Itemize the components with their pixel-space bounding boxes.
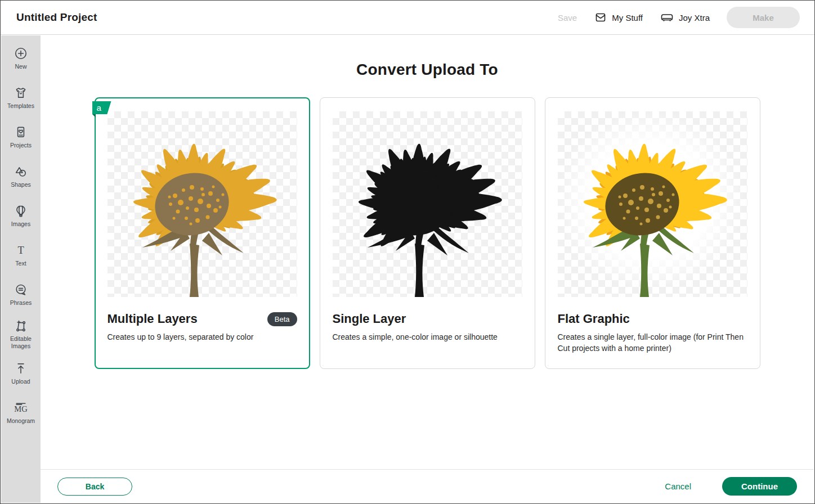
inbox-icon	[594, 11, 607, 24]
sidebar-item-new[interactable]: New	[1, 39, 41, 78]
triangle-circle-icon	[14, 164, 28, 179]
sidebar-item-editable-images[interactable]: Editable Images	[1, 314, 41, 354]
svg-text:MG: MG	[14, 405, 28, 414]
page-heading: Convert Upload To	[41, 61, 814, 79]
tshirt-icon	[14, 86, 28, 100]
make-button[interactable]: Make	[727, 7, 800, 28]
my-stuff-label: My Stuff	[612, 13, 643, 22]
main-content: Convert Upload To a Multiple Layers Beta…	[41, 35, 814, 469]
sidebar-item-upload[interactable]: Upload	[1, 354, 41, 393]
upload-arrow-icon	[14, 361, 28, 376]
sidebar-item-phrases[interactable]: Phrases	[1, 275, 41, 314]
sidebar-item-label: Editable Images	[2, 335, 39, 350]
sidebar-item-shapes[interactable]: Shapes	[1, 157, 41, 196]
page-title: Untitled Project	[16, 11, 97, 24]
machine-selector[interactable]: Joy Xtra	[660, 11, 710, 24]
sidebar-item-label: Shapes	[2, 181, 39, 188]
sidebar-item-label: Phrases	[2, 299, 39, 307]
cricut-access-badge: a	[92, 101, 111, 114]
sunflower-photo-image	[558, 111, 747, 297]
card-flat-graphic[interactable]: Flat Graphic Creates a single layer, ful…	[545, 97, 760, 369]
sidebar-item-label: Monogram	[2, 417, 39, 425]
sidebar-item-text[interactable]: T Text	[1, 236, 41, 275]
card-multiple-layers[interactable]: a Multiple Layers Beta Creates up to 9 l…	[95, 97, 310, 369]
card-title: Single Layer	[333, 312, 406, 326]
sidebar-item-label: Projects	[2, 142, 39, 149]
back-button[interactable]: Back	[57, 478, 132, 496]
cancel-button[interactable]: Cancel	[665, 482, 691, 491]
bottom-bar: Back Cancel Continue	[41, 469, 814, 503]
letter-t-icon: T	[14, 243, 28, 258]
card-description: Creates up to 9 layers, separated by col…	[108, 331, 297, 343]
preview-flat-graphic	[558, 111, 747, 297]
sidebar-item-templates[interactable]: Templates	[1, 78, 41, 118]
sidebar-item-label: Text	[2, 260, 39, 267]
card-single-layer[interactable]: Single Layer Creates a simple, one-color…	[320, 97, 535, 369]
card-description: Creates a simple, one-color image or sil…	[333, 331, 522, 343]
my-stuff-button[interactable]: My Stuff	[594, 11, 643, 24]
sunflower-silhouette-image	[333, 111, 522, 297]
svg-text:T: T	[17, 245, 24, 256]
top-bar: Untitled Project Save My Stuff	[1, 1, 814, 35]
hot-air-balloon-icon	[14, 204, 28, 218]
sidebar-item-projects[interactable]: Projects	[1, 118, 41, 157]
left-sidebar: New Templates Projects	[1, 35, 41, 503]
preview-multiple-layers	[108, 111, 297, 297]
card-title: Flat Graphic	[558, 312, 630, 326]
badge-fold	[92, 114, 96, 118]
sidebar-item-images[interactable]: Images	[1, 196, 41, 236]
conversion-options: a Multiple Layers Beta Creates up to 9 l…	[41, 97, 814, 369]
cricut-access-letter: a	[97, 104, 101, 112]
plus-circle-icon	[14, 46, 28, 61]
sidebar-item-monogram[interactable]: MG Monogram	[1, 393, 41, 433]
save-button[interactable]: Save	[558, 13, 577, 22]
continue-button[interactable]: Continue	[722, 477, 797, 496]
beta-badge: Beta	[267, 312, 297, 326]
machine-icon	[660, 11, 674, 24]
sidebar-item-label: Upload	[2, 378, 39, 385]
monogram-mg-icon: MG	[14, 400, 28, 415]
preview-single-layer	[333, 111, 522, 297]
vector-nodes-icon	[14, 318, 28, 333]
card-title: Multiple Layers	[108, 312, 198, 326]
sidebar-item-label: Templates	[2, 102, 39, 110]
card-description: Creates a single layer, full-color image…	[558, 331, 747, 354]
sidebar-item-label: New	[2, 63, 39, 70]
speech-bubble-icon	[14, 282, 28, 297]
project-card-icon	[14, 125, 28, 140]
machine-label: Joy Xtra	[679, 13, 710, 22]
sunflower-two-color-image	[108, 111, 297, 297]
sidebar-item-label: Images	[2, 220, 39, 228]
app-window: Untitled Project Save My Stuff	[0, 0, 815, 504]
